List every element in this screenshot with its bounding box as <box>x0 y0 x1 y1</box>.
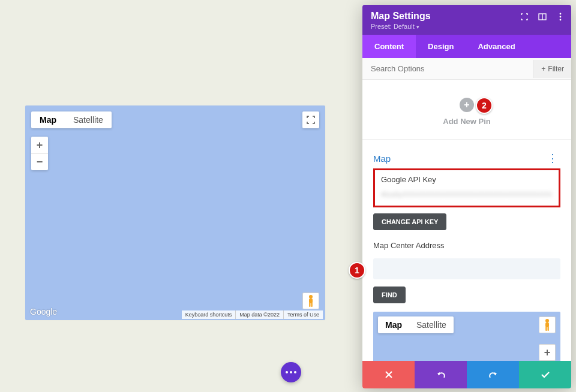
panel-header: Map Settings Preset: Default ▾ <box>362 5 571 35</box>
search-input[interactable] <box>362 58 533 79</box>
panel-tabs: Content Design Advanced <box>362 35 571 58</box>
svg-point-8 <box>560 19 562 21</box>
svg-rect-3 <box>311 303 313 307</box>
fullscreen-button[interactable] <box>302 111 319 128</box>
save-button[interactable] <box>519 361 571 388</box>
expand-icon[interactable] <box>520 12 529 22</box>
mini-map-preview[interactable]: Map Satellite + <box>373 312 560 361</box>
change-api-key-button[interactable]: CHANGE API KEY <box>373 213 446 230</box>
redo-button[interactable] <box>467 361 519 388</box>
section-menu-icon[interactable]: ⋮ <box>545 152 560 165</box>
svg-point-0 <box>309 295 313 298</box>
svg-rect-1 <box>309 298 313 303</box>
svg-point-6 <box>560 13 562 15</box>
section-title-map[interactable]: Map <box>373 153 391 164</box>
map-type-satellite-button[interactable]: Satellite <box>65 111 112 128</box>
chevron-down-icon: ▾ <box>416 24 419 30</box>
api-key-highlight-box: Google API Key AIzaSyXXXXXXXXXXXXXXXXXXX… <box>373 168 560 207</box>
map-attribution: Keyboard shortcuts Map data ©2022 Terms … <box>182 310 323 319</box>
svg-point-7 <box>560 16 562 18</box>
plus-icon: + <box>541 65 545 73</box>
add-pin-button[interactable]: + <box>460 98 474 112</box>
map-center-label: Map Center Address <box>373 241 560 250</box>
undo-icon <box>436 370 446 379</box>
mini-map-type-control: Map Satellite <box>378 316 454 333</box>
redo-icon <box>488 370 498 379</box>
tab-design[interactable]: Design <box>416 35 466 58</box>
more-icon[interactable] <box>556 12 565 22</box>
zoom-out-button[interactable]: − <box>31 153 48 170</box>
map-section: Map ⋮ Google API Key AIzaSyXXXXXXXXXXXXX… <box>362 140 571 361</box>
annotation-badge-1: 1 <box>349 262 365 279</box>
settings-panel: Map Settings Preset: Default ▾ Content D… <box>362 5 571 388</box>
mini-map-satellite-button[interactable]: Satellite <box>409 316 454 333</box>
zoom-control: + − <box>31 137 48 170</box>
google-logo: Google <box>30 307 57 316</box>
svg-rect-11 <box>545 327 547 331</box>
fullscreen-icon <box>307 116 315 124</box>
map-type-map-button[interactable]: Map <box>31 111 65 128</box>
zoom-in-button[interactable]: + <box>31 137 48 153</box>
pegman-icon <box>542 318 553 331</box>
find-button[interactable]: FIND <box>373 287 406 303</box>
mini-map-pegman-button[interactable] <box>539 316 556 333</box>
keyboard-shortcuts-link[interactable]: Keyboard shortcuts <box>182 310 236 319</box>
terms-link[interactable]: Terms of Use <box>283 310 323 319</box>
svg-rect-12 <box>548 327 549 331</box>
tab-content[interactable]: Content <box>362 35 416 58</box>
mini-map-zoom-in-button[interactable]: + <box>539 344 556 361</box>
map-data-label: Map data ©2022 <box>235 310 283 319</box>
map-type-control: Map Satellite <box>31 111 112 128</box>
add-pin-label: Add New Pin <box>362 117 571 126</box>
action-bar <box>362 361 571 388</box>
add-pin-section: + Add New Pin <box>362 80 571 140</box>
api-key-label: Google API Key <box>381 175 553 184</box>
svg-point-9 <box>545 319 549 322</box>
panel-body[interactable]: + Add New Pin Map ⋮ Google API Key AIzaS… <box>362 80 571 361</box>
mini-map-map-button[interactable]: Map <box>378 316 409 333</box>
svg-rect-10 <box>545 322 549 327</box>
panel-search-row: + Filter <box>362 58 571 80</box>
pegman-icon <box>305 294 316 307</box>
module-fab-button[interactable] <box>281 362 301 382</box>
split-view-icon[interactable] <box>538 12 547 22</box>
undo-button[interactable] <box>415 361 467 388</box>
tab-advanced[interactable]: Advanced <box>466 35 527 58</box>
annotation-badge-2: 2 <box>476 97 493 114</box>
close-icon <box>385 370 393 379</box>
discard-button[interactable] <box>362 361 415 388</box>
preset-dropdown[interactable]: Preset: Default ▾ <box>371 23 563 30</box>
check-icon <box>541 371 550 378</box>
svg-rect-2 <box>309 303 310 307</box>
main-map[interactable]: Map Satellite + − Google Keyboard shortc… <box>25 105 325 320</box>
api-key-field[interactable]: AIzaSyXXXXXXXXXXXXXXXXXXXXXXXXXXXXXXXXXX <box>381 189 553 200</box>
map-center-input[interactable] <box>373 258 560 279</box>
pegman-button[interactable] <box>302 293 319 309</box>
filter-button[interactable]: + Filter <box>533 60 571 78</box>
